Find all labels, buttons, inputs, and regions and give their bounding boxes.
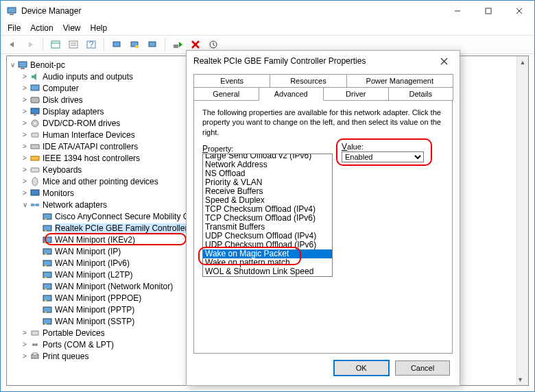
expand-icon[interactable]: ∨ [21,201,29,208]
cancel-button[interactable]: Cancel [395,360,450,376]
property-item[interactable]: UDP Checksum Offload (IPv4) [203,232,332,241]
expand-icon[interactable]: > [21,108,29,115]
property-item[interactable]: WOL & Shutdown Link Speed [203,267,332,276]
expand-icon[interactable]: > [21,189,29,197]
tree-node-label: WAN Miniport (L2TP) [55,270,133,280]
svg-rect-36 [36,204,39,206]
device-icon [42,211,53,222]
menu-action[interactable]: Action [30,23,53,33]
device-icon [29,351,40,362]
property-label: Property: [202,144,333,154]
device-icon [29,328,40,339]
property-item[interactable]: Wake on pattern match [203,258,332,267]
svg-rect-21 [19,62,27,67]
expand-icon[interactable]: > [21,143,29,150]
menu-file[interactable]: File [8,23,21,33]
app-icon [6,5,17,16]
svg-rect-50 [43,284,51,289]
value-label: Value: [342,142,424,151]
scroll-down-icon[interactable]: ▼ [517,373,523,385]
device-icon-2[interactable] [127,37,142,52]
dialog-close-button[interactable] [435,52,453,70]
help-icon[interactable]: ? [84,37,99,52]
property-item[interactable]: Transmit Buffers [203,223,332,232]
expand-icon[interactable]: > [21,329,29,336]
tab-power-management[interactable]: Power Management [346,74,453,87]
minimize-button[interactable] [442,1,473,21]
expand-icon[interactable]: ∨ [8,61,16,69]
expand-icon[interactable]: > [21,96,29,103]
expand-icon[interactable]: > [21,341,29,348]
property-item[interactable]: Network Address [203,160,332,169]
svg-rect-24 [31,97,39,103]
properties-dialog: Realtek PCIe GBE Family Controller Prope… [186,50,460,386]
scroll-up-icon[interactable]: ▲ [517,56,528,68]
svg-rect-16 [149,42,156,47]
property-item[interactable]: Receive Buffers [203,187,332,196]
device-icon [29,153,40,164]
expand-icon[interactable]: > [21,119,29,127]
tree-node-label: Keyboards [43,165,82,175]
tree-node-label: Display adapters [43,107,104,117]
tree-node-label: WAN Miniport (IPv6) [55,258,130,268]
tab-driver[interactable]: Driver [323,87,389,101]
expand-icon[interactable]: > [21,73,29,80]
tree-node-label: IEEE 1394 host controllers [43,154,140,163]
enable-icon[interactable] [170,37,185,52]
svg-text:?: ? [89,40,94,49]
expand-icon[interactable]: > [21,352,29,360]
property-item[interactable]: Priority & VLAN [203,178,332,187]
menu-view[interactable]: View [63,23,81,33]
svg-rect-51 [45,289,47,290]
property-item[interactable]: NS Offload [203,169,332,178]
tree-node-label: WAN Miniport (SSTP) [55,317,134,326]
property-item[interactable]: TCP Checksum Offload (IPv6) [203,214,332,223]
device-icon [29,164,40,175]
tree-node-label: Audio inputs and outputs [43,72,133,82]
property-item[interactable]: UDP Checksum Offload (IPv6) [203,241,332,249]
tab-resources[interactable]: Resources [270,74,346,87]
vertical-scrollbar[interactable]: ▲ ▼ [516,56,528,385]
expand-icon[interactable]: > [21,177,29,185]
device-icon [42,316,53,327]
property-listbox[interactable]: Large Send Offload v2 (IPv6)Network Addr… [202,154,333,277]
property-item[interactable]: Speed & Duplex [203,196,332,205]
device-icon [17,60,28,71]
update-driver-icon[interactable] [145,37,160,52]
svg-rect-23 [31,85,39,90]
device-icon [29,176,40,187]
tree-node-label: Monitors [43,188,74,198]
ok-button[interactable]: OK [334,360,389,376]
device-icon [42,281,53,292]
property-item[interactable]: Wake on Magic Packet [203,249,332,258]
tab-advanced[interactable]: Advanced [259,87,324,101]
svg-rect-58 [32,331,38,335]
tree-node-label: Print queues [43,352,88,361]
close-button[interactable] [503,1,534,21]
back-button[interactable] [5,37,20,52]
svg-rect-38 [43,214,51,219]
value-select[interactable]: Enabled [342,151,424,162]
menu-help[interactable]: Help [91,23,108,33]
svg-rect-44 [43,249,51,254]
device-icon [42,293,53,304]
tab-general[interactable]: General [193,87,259,101]
svg-rect-1 [10,14,14,15]
show-hidden-icon[interactable] [48,37,63,52]
maximize-button[interactable] [473,1,503,21]
device-icon-1[interactable] [109,37,124,52]
device-icon [42,223,53,234]
expand-icon[interactable]: > [21,154,29,162]
tree-node-label: Network adapters [43,200,107,210]
property-item[interactable]: TCP Checksum Offload (IPv4) [203,205,332,214]
tree-node-label: Ports (COM & LPT) [43,340,114,350]
properties-icon[interactable] [66,37,81,52]
tab-details[interactable]: Details [388,87,454,101]
dialog-buttons: OK Cancel [187,360,460,385]
tree-node-label: Human Interface Devices [43,130,135,140]
expand-icon[interactable]: > [21,131,29,138]
forward-button[interactable] [23,37,38,52]
tab-events[interactable]: Events [193,74,270,87]
expand-icon[interactable]: > [21,166,29,173]
expand-icon[interactable]: > [21,84,29,92]
